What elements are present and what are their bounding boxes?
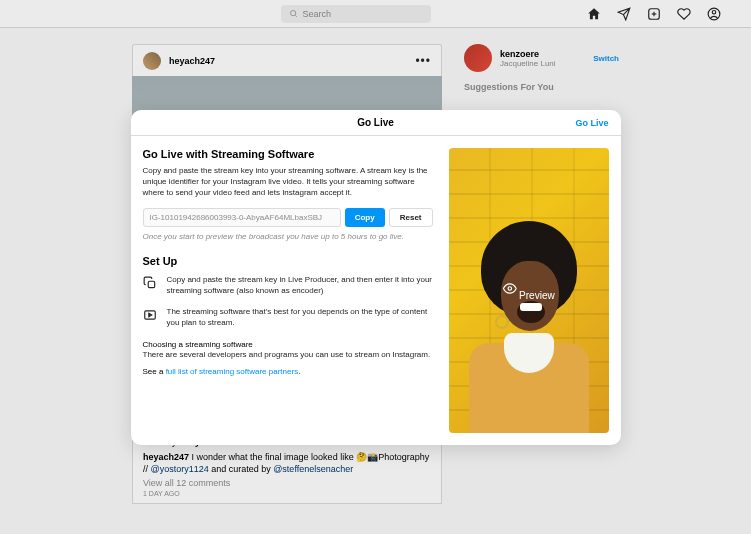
preview-pane[interactable]: Preview [449,148,609,433]
video-icon [143,308,157,322]
section-description: Copy and paste the stream key into your … [143,166,433,198]
go-live-modal: Go Live Go Live Go Live with Streaming S… [131,110,621,445]
reset-button[interactable]: Reset [389,208,433,227]
see-link-text: See a full list of streaming software pa… [143,367,433,376]
copy-icon [143,276,157,290]
svg-point-10 [508,286,512,290]
svg-marker-9 [148,313,151,317]
eye-icon [502,281,516,295]
stream-key-input[interactable] [143,208,341,227]
stream-hint: Once you start to preview the broadcast … [143,232,433,241]
choosing-title: Choosing a streaming software [143,339,433,350]
copy-button[interactable]: Copy [345,208,385,227]
section-title: Go Live with Streaming Software [143,148,433,160]
modal-header: Go Live Go Live [131,110,621,136]
partners-link[interactable]: full list of streaming software partners [166,367,299,376]
modal-content: Go Live with Streaming Software Copy and… [143,148,433,433]
modal-title: Go Live [357,117,394,128]
preview-label: Preview [502,281,554,300]
setup-title: Set Up [143,255,433,267]
svg-rect-7 [148,282,154,288]
choosing-description: There are several developers and program… [143,350,433,359]
go-live-button[interactable]: Go Live [575,118,608,128]
setup-step-1: Copy and paste the stream key in Live Pr… [167,275,433,297]
setup-step-2: The streaming software that's best for y… [167,307,433,329]
